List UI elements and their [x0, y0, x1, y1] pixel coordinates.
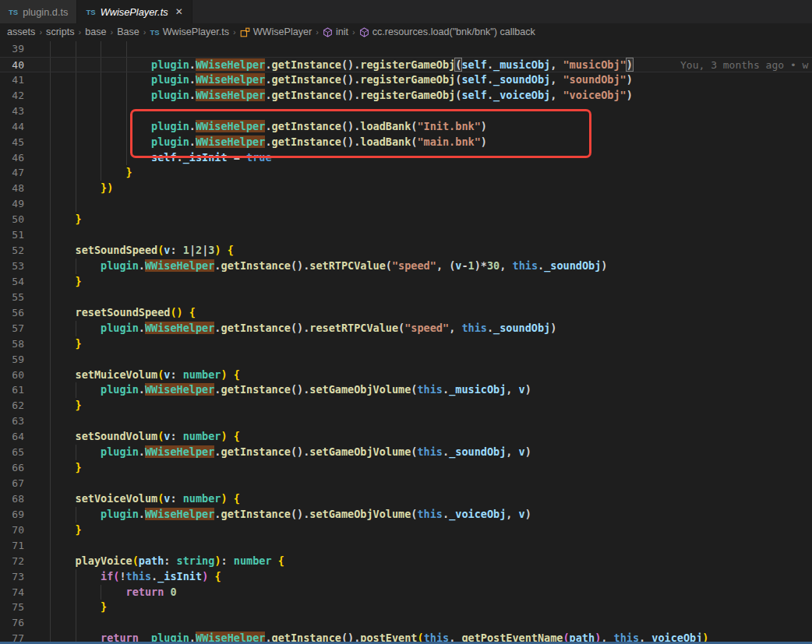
- code-line-53[interactable]: 53 plugin.WWiseHelper.getInstance().setR…: [0, 259, 812, 274]
- breadcrumb-item-1[interactable]: scripts: [46, 26, 74, 37]
- line-number[interactable]: 49: [0, 196, 24, 212]
- line-number[interactable]: 62: [0, 398, 24, 413]
- code-token: ().: [291, 383, 309, 396]
- line-number[interactable]: 46: [0, 150, 24, 166]
- code-token: ,: [601, 632, 613, 642]
- line-number[interactable]: 56: [0, 305, 24, 321]
- line-number[interactable]: 52: [0, 243, 24, 259]
- line-number[interactable]: 54: [0, 274, 24, 290]
- code-line-66[interactable]: 66 }: [0, 460, 812, 476]
- code-token: registerGameObj: [360, 58, 455, 71]
- line-number[interactable]: 65: [0, 445, 24, 460]
- code-editor[interactable]: 3940 plugin.WWiseHelper.getInstance().re…: [0, 40, 812, 642]
- code-line-65[interactable]: 65 plugin.WWiseHelper.getInstance().setG…: [0, 445, 812, 460]
- code-line-75[interactable]: 75 }: [0, 600, 812, 615]
- line-number[interactable]: 63: [0, 413, 24, 429]
- code-line-76[interactable]: 76: [0, 615, 812, 631]
- code-line-67[interactable]: 67: [0, 476, 812, 491]
- breadcrumb-item-5[interactable]: WWisePlayer: [240, 26, 312, 37]
- line-number[interactable]: 77: [0, 631, 24, 642]
- tab-wwiseplayer-ts[interactable]: TSWwisePlayer.ts✕: [77, 0, 192, 23]
- line-number[interactable]: 41: [0, 72, 24, 88]
- code-token: self: [461, 73, 487, 86]
- code-line-45[interactable]: 45 plugin.WWiseHelper.getInstance().load…: [0, 135, 812, 150]
- code-line-57[interactable]: 57 plugin.WWiseHelper.getInstance().rese…: [0, 321, 812, 336]
- breadcrumb-item-7[interactable]: cc.resources.load("bnk/bnk") callback: [359, 26, 535, 37]
- code-line-44[interactable]: 44 plugin.WWiseHelper.getInstance().load…: [0, 119, 812, 135]
- code-token: .: [487, 89, 493, 101]
- line-number[interactable]: 48: [0, 181, 24, 196]
- line-number[interactable]: 75: [0, 600, 24, 615]
- code-line-49[interactable]: 49: [0, 196, 812, 212]
- code-line-55[interactable]: 55: [0, 290, 812, 305]
- line-number[interactable]: 47: [0, 165, 24, 181]
- code-line-54[interactable]: 54 }: [0, 274, 812, 290]
- code-line-62[interactable]: 62 }: [0, 398, 812, 413]
- code-token: ): [221, 368, 228, 381]
- code-line-73[interactable]: 73 if(!this._isInit) {: [0, 569, 812, 585]
- line-number[interactable]: 66: [0, 460, 24, 476]
- line-number[interactable]: 45: [0, 135, 24, 150]
- code-line-48[interactable]: 48 }): [0, 181, 812, 196]
- code-line-72[interactable]: 72 playVoice(path: string): number {: [0, 554, 812, 569]
- code-line-61[interactable]: 61 plugin.WWiseHelper.getInstance().setG…: [0, 382, 812, 398]
- code-line-60[interactable]: 60 setMuiceVolum(v: number) {: [0, 368, 812, 383]
- tab-label: WwisePlayer.ts: [101, 6, 168, 18]
- line-number[interactable]: 70: [0, 523, 24, 538]
- code-line-47[interactable]: 47 }: [0, 165, 812, 181]
- line-number[interactable]: 68: [0, 491, 24, 507]
- code-line-70[interactable]: 70 }: [0, 523, 812, 538]
- code-line-58[interactable]: 58 }: [0, 336, 812, 352]
- code-line-69[interactable]: 69 plugin.WWiseHelper.getInstance().setG…: [0, 507, 812, 523]
- code-line-41[interactable]: 41 plugin.WWiseHelper.getInstance().regi…: [0, 72, 812, 88]
- code-line-77[interactable]: 77 return plugin.WWiseHelper.getInstance…: [0, 631, 812, 642]
- line-number[interactable]: 51: [0, 227, 24, 243]
- line-number[interactable]: 64: [0, 429, 24, 445]
- code-line-64[interactable]: 64 setSoundVolum(v: number) {: [0, 429, 812, 445]
- code-line-50[interactable]: 50 }: [0, 212, 812, 227]
- code-line-42[interactable]: 42 plugin.WWiseHelper.getInstance().regi…: [0, 88, 812, 104]
- code-text: setSoundVolum(v: number) {: [50, 429, 240, 445]
- code-line-68[interactable]: 68 setVoiceVolum(v: number) {: [0, 491, 812, 507]
- line-number[interactable]: 61: [0, 382, 24, 398]
- code-line-52[interactable]: 52 setSoundSpeed(v: 1|2|3) {: [0, 243, 812, 259]
- code-line-74[interactable]: 74 return 0: [0, 585, 812, 600]
- line-number[interactable]: 72: [0, 554, 24, 569]
- breadcrumb-item-3[interactable]: Base: [117, 26, 139, 37]
- breadcrumb-item-6[interactable]: init: [323, 26, 348, 37]
- close-icon[interactable]: ✕: [175, 7, 183, 16]
- breadcrumb-item-4[interactable]: TSWwisePlayer.ts: [150, 26, 230, 37]
- line-number[interactable]: 76: [0, 615, 24, 631]
- line-number[interactable]: 53: [0, 259, 24, 274]
- line-number[interactable]: 40: [0, 58, 24, 73]
- code-token: .: [189, 120, 196, 132]
- line-number[interactable]: 44: [0, 119, 24, 135]
- code-line-39[interactable]: 39: [0, 41, 812, 57]
- code-token: .: [487, 73, 493, 86]
- line-number[interactable]: 42: [0, 88, 24, 104]
- code-line-43[interactable]: 43: [0, 104, 812, 119]
- line-number[interactable]: 67: [0, 476, 24, 491]
- breadcrumb-item-0[interactable]: assets: [7, 26, 35, 37]
- line-number[interactable]: 39: [0, 41, 24, 57]
- code-line-59[interactable]: 59: [0, 352, 812, 368]
- line-number[interactable]: 74: [0, 585, 24, 600]
- line-number[interactable]: 59: [0, 352, 24, 368]
- code-line-46[interactable]: 46 self._isInit = true: [0, 150, 812, 166]
- line-number[interactable]: 55: [0, 290, 24, 305]
- code-line-56[interactable]: 56 resetSoundSpeed() {: [0, 305, 812, 321]
- line-number[interactable]: 60: [0, 368, 24, 383]
- breadcrumb-item-2[interactable]: base: [85, 26, 106, 37]
- tab-plugin-d-ts[interactable]: TSplugin.d.ts: [0, 0, 77, 23]
- line-number[interactable]: 50: [0, 212, 24, 227]
- line-number[interactable]: 73: [0, 569, 24, 585]
- code-line-51[interactable]: 51: [0, 227, 812, 243]
- line-number[interactable]: 43: [0, 104, 24, 119]
- line-number[interactable]: 57: [0, 321, 24, 336]
- line-number[interactable]: 58: [0, 336, 24, 352]
- code-line-63[interactable]: 63: [0, 413, 812, 429]
- line-number[interactable]: 69: [0, 507, 24, 523]
- code-line-40[interactable]: 40 plugin.WWiseHelper.getInstance().regi…: [0, 57, 812, 72]
- code-line-71[interactable]: 71: [0, 538, 812, 554]
- line-number[interactable]: 71: [0, 538, 24, 554]
